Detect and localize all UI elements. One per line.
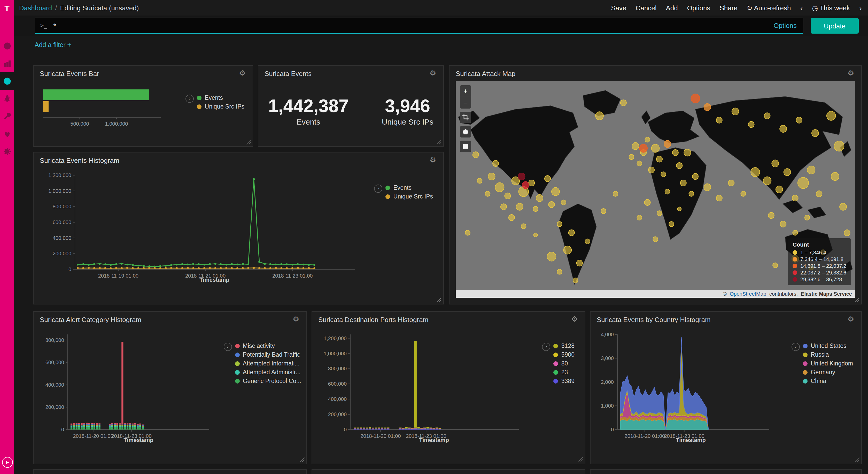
svg-text:1,200,000: 1,200,000 — [324, 335, 347, 341]
panel-suricata-events-bar: Suricata Events Bar ⚙ 500,0001,000,000 ›… — [33, 65, 253, 147]
svg-text:3,000: 3,000 — [601, 355, 614, 361]
svg-text:1,200,000: 1,200,000 — [48, 172, 71, 178]
panel-gear-icon[interactable]: ⚙ — [427, 68, 439, 78]
legend-item[interactable]: 3389 — [554, 378, 575, 384]
options-button[interactable]: Options — [687, 4, 710, 11]
time-range-picker[interactable]: ◷ This week — [812, 4, 850, 11]
time-back-chevron[interactable]: ‹ — [800, 3, 803, 12]
add-filter-link[interactable]: Add a filter + — [35, 41, 71, 49]
legend-toggle-icon[interactable]: › — [792, 343, 800, 351]
legend-color-dot — [793, 250, 797, 255]
auto-refresh-button[interactable]: ↻ Auto-refresh — [747, 4, 791, 11]
update-button[interactable]: Update — [811, 18, 859, 34]
sidebar-item-visualize[interactable] — [0, 55, 14, 72]
legend-item[interactable]: Events — [386, 184, 433, 191]
chart-legend: United StatesRussiaUnited KingdomGermany… — [803, 343, 853, 384]
legend-range-label: 1 – 7,346.4 — [800, 250, 826, 255]
openstreetmap-link[interactable]: OpenStreetMap — [730, 291, 766, 297]
attack-map[interactable]: + − — [456, 81, 855, 298]
legend-item[interactable]: Generic Protocol Co... — [235, 378, 301, 384]
legend-item[interactable]: United States — [803, 343, 853, 349]
panel-gear-icon[interactable]: ⚙ — [289, 314, 302, 324]
map-fit-bounds-button[interactable] — [460, 112, 471, 123]
sidebar-item-suricata[interactable] — [0, 90, 14, 108]
t-mobile-logo[interactable]: T — [0, 0, 14, 18]
legend-item[interactable]: 3128 — [554, 343, 575, 349]
top-navigation-bar: Dashboard / Editing Suricata (unsaved) S… — [14, 0, 868, 16]
legend-item[interactable]: 5900 — [554, 352, 575, 358]
legend-toggle-icon[interactable]: › — [374, 184, 382, 193]
save-button[interactable]: Save — [611, 4, 626, 11]
add-button[interactable]: Add — [666, 4, 678, 11]
svg-text:0: 0 — [61, 427, 64, 433]
events-histogram-chart[interactable]: 0200,000400,000600,000800,0001,000,0001,… — [39, 170, 359, 285]
map-zoom-out-button[interactable]: − — [460, 97, 471, 109]
legend-item[interactable]: Potentially Bad Traffic — [235, 352, 301, 358]
events-by-country-chart[interactable]: 01,0002,0003,0004,0002018-11-20 01:00201… — [595, 329, 773, 445]
map-attribution: © OpenStreetMap contributors, Elastic Ma… — [456, 290, 855, 298]
gauge-icon — [3, 77, 11, 85]
legend-item[interactable]: Misc activity — [235, 343, 301, 349]
legend-toggle-icon[interactable]: › — [224, 343, 232, 351]
svg-text:0: 0 — [344, 427, 347, 433]
destination-ports-chart[interactable]: 0200,000400,000600,000800,0001,000,0001,… — [316, 329, 523, 445]
query-options-link[interactable]: Options — [773, 22, 797, 29]
legend-item[interactable]: United Kingdom — [803, 360, 853, 366]
legend-color-dot — [386, 185, 390, 190]
legend-item[interactable]: Events — [197, 95, 244, 101]
breadcrumb-dashboard-link[interactable]: Dashboard — [19, 4, 52, 11]
panel-gear-icon[interactable]: ⚙ — [844, 68, 857, 78]
legend-item[interactable]: China — [803, 378, 853, 384]
cancel-button[interactable]: Cancel — [636, 4, 657, 11]
legend-toggle-icon[interactable]: › — [186, 95, 194, 103]
legend-range-label: 14,691.8 – 22,037.2 — [800, 263, 846, 269]
legend-label: 80 — [561, 360, 568, 366]
map-rectangle-select-button[interactable] — [460, 141, 471, 152]
panel-resize-handle[interactable] — [436, 297, 442, 302]
heartbeat-icon — [3, 130, 11, 138]
panel-resize-handle[interactable] — [854, 456, 860, 462]
panel-resize-handle[interactable] — [245, 139, 251, 145]
svg-text:600,000: 600,000 — [328, 381, 347, 387]
sidebar-item-management[interactable] — [0, 143, 14, 160]
panel-resize-handle[interactable] — [578, 456, 583, 462]
panel-resize-handle[interactable] — [299, 456, 305, 462]
events-bar-chart[interactable]: 500,0001,000,000 — [39, 81, 177, 142]
legend-item[interactable]: Attempted Informati... — [235, 360, 301, 366]
panel-gear-icon[interactable]: ⚙ — [236, 68, 249, 78]
panel-gear-icon[interactable]: ⚙ — [844, 314, 857, 324]
legend-item[interactable]: Germany — [803, 369, 853, 375]
svg-text:0: 0 — [68, 266, 71, 272]
sidebar-collapse-button[interactable]: ▶ — [2, 457, 13, 468]
legend-color-dot — [386, 194, 390, 199]
legend-color-dot — [235, 379, 240, 383]
legend-color-dot — [235, 344, 240, 348]
legend-toggle-icon[interactable]: › — [542, 343, 551, 351]
share-button[interactable]: Share — [719, 4, 737, 11]
alert-category-chart[interactable]: 0200,000400,000600,000800,0002018-11-20 … — [38, 329, 213, 445]
map-polygon-select-button[interactable] — [460, 126, 471, 138]
time-forward-chevron[interactable]: › — [859, 3, 862, 12]
sidebar-item-monitoring[interactable] — [0, 125, 14, 143]
legend-item[interactable]: 23 — [554, 369, 575, 375]
search-query-input[interactable] — [53, 21, 803, 30]
legend-item[interactable]: 80 — [554, 360, 575, 366]
legend-title: Count — [793, 241, 846, 247]
legend-item[interactable]: Unique Src IPs — [197, 103, 244, 110]
panel-gear-icon[interactable]: ⚙ — [427, 155, 439, 165]
legend-color-dot — [554, 352, 558, 357]
legend-item[interactable]: Unique Src IPs — [386, 193, 433, 200]
panel-resize-handle[interactable] — [436, 139, 442, 145]
partial-panel — [33, 469, 307, 474]
map-zoom-in-button[interactable]: + — [460, 85, 471, 97]
sidebar-item-dashboard[interactable] — [0, 72, 14, 90]
panel-gear-icon[interactable]: ⚙ — [568, 314, 581, 324]
legend-label: Generic Protocol Co... — [243, 378, 301, 384]
legend-item[interactable]: Attempted Administr... — [235, 369, 301, 375]
sidebar-item-discover[interactable] — [0, 37, 14, 55]
sidebar-item-dev-tools[interactable] — [0, 108, 14, 125]
legend-color-dot — [554, 344, 558, 348]
legend-item[interactable]: Russia — [803, 352, 853, 358]
legend-label: Russia — [811, 352, 829, 358]
metric-value: 3,946 — [382, 96, 433, 116]
